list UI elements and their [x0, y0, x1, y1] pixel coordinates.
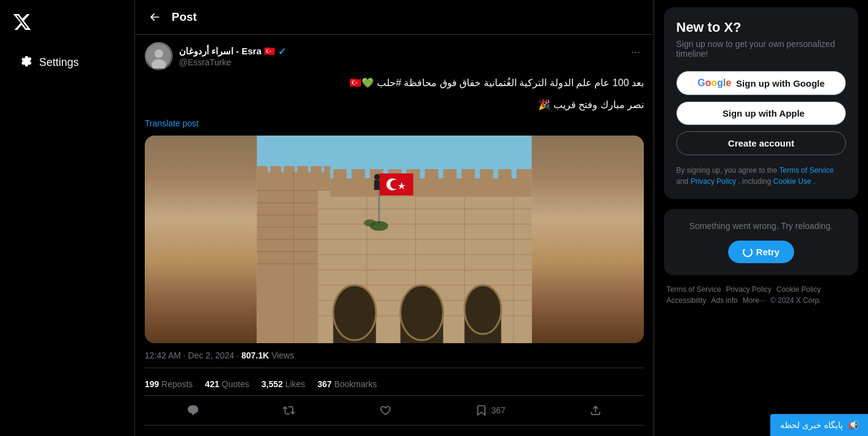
retweet-icon — [283, 404, 295, 416]
footer-accessibility[interactable]: Accessibility — [666, 296, 706, 305]
footer-cookie[interactable]: Cookie Policy — [776, 285, 821, 294]
more-options-button[interactable]: ··· — [627, 42, 644, 62]
user-row: اسراء أردوغان - Esra 🇹🇷 ✓ @EssraTurke ··… — [145, 42, 644, 70]
like-button[interactable] — [372, 398, 399, 423]
main-content: Post اسراء أردوغان - Esra — [134, 0, 654, 436]
bookmark-icon — [475, 404, 487, 416]
notification-text: پایگاه خبری لحظه — [780, 420, 843, 430]
stats-divider — [145, 368, 644, 368]
footer-privacy[interactable]: Privacy Policy — [726, 285, 771, 294]
tweet-image[interactable] — [145, 136, 644, 343]
retry-button[interactable]: Retry — [728, 241, 794, 263]
retweet-button[interactable] — [275, 398, 302, 423]
tos-text: By signing up, you agree to the Terms of… — [676, 165, 846, 187]
error-card: Something went wrong. Try reloading. Ret… — [664, 209, 858, 275]
retry-spinner — [743, 247, 753, 257]
cookie-link[interactable]: Cookie Use — [773, 177, 811, 186]
post-header: Post — [135, 0, 654, 35]
bookmark-button[interactable]: 367 — [468, 398, 512, 423]
right-sidebar: New to X? Sign up now to get your own pe… — [654, 0, 868, 436]
username-block: اسراء أردوغان - Esra 🇹🇷 ✓ @EssraTurke — [179, 46, 286, 67]
bookmarks-stat[interactable]: 367 Bookmarks — [318, 379, 377, 389]
translate-link[interactable]: Translate post — [145, 118, 644, 128]
heart-icon — [379, 404, 392, 416]
footer-links: Terms of Service Privacy Policy Cookie P… — [664, 285, 858, 305]
tweet-text: بعد 100 عام علم الدولة التركية الغُتماني… — [145, 75, 644, 91]
sidebar-item-settings[interactable]: Settings — [10, 49, 125, 76]
reply-icon — [187, 404, 199, 416]
back-arrow-icon — [148, 11, 161, 23]
stats-row: 199 Reposts 421 Quotes 3,552 Likes 367 B… — [145, 373, 644, 396]
share-icon — [589, 404, 602, 416]
views-label: Views — [271, 351, 294, 360]
error-message: Something went wrong. Try reloading. — [676, 221, 846, 231]
post-body: اسراء أردوغان - Esra 🇹🇷 ✓ @EssraTurke ··… — [135, 35, 654, 433]
footer-more[interactable]: More··· — [743, 296, 765, 305]
tweet-extra-text: نصر مبارك وفتح قريب 🎉 — [145, 97, 644, 113]
notification-icon: 📢 — [848, 420, 858, 430]
signup-google-label: Sign up with Google — [736, 78, 825, 89]
footer-copyright: © 2024 X Corp. — [770, 296, 821, 305]
svg-point-1 — [155, 49, 163, 58]
reply-button[interactable] — [180, 398, 206, 423]
x-logo[interactable] — [10, 7, 125, 39]
gear-icon — [17, 55, 32, 70]
retry-label: Retry — [756, 247, 779, 257]
avatar — [145, 42, 173, 70]
new-to-x-subtitle: Sign up now to get your own personalized… — [676, 39, 846, 59]
create-account-button[interactable]: Create account — [676, 131, 846, 155]
quotes-stat[interactable]: 421 Quotes — [205, 379, 249, 389]
share-button[interactable] — [582, 398, 609, 423]
verified-badge: ✓ — [278, 46, 286, 57]
reposts-stat[interactable]: 199 Reposts — [145, 379, 193, 389]
x-logo-icon — [12, 12, 32, 32]
footer-tos[interactable]: Terms of Service — [666, 285, 721, 294]
google-logo: Google — [698, 78, 731, 89]
signup-apple-label: Sign up with Apple — [723, 108, 804, 118]
footer-ads[interactable]: Ads info — [711, 296, 737, 305]
views-count: 807.1K — [241, 351, 269, 360]
left-sidebar: Settings — [0, 0, 134, 436]
settings-label: Settings — [39, 56, 79, 69]
signup-apple-button[interactable]: Sign up with Apple — [676, 101, 846, 125]
bottom-notification-bar[interactable]: 📢 پایگاه خبری لحظه — [770, 414, 868, 436]
post-title: Post — [172, 10, 197, 24]
svg-rect-64 — [257, 136, 532, 343]
new-to-x-card: New to X? Sign up now to get your own pe… — [664, 7, 858, 199]
user-handle: @EssraTurke — [179, 57, 286, 67]
avatar-image — [147, 44, 171, 68]
timestamp: 12:42 AM · Dec 2, 2024 — [145, 351, 234, 360]
display-name: اسراء أردوغان - Esra 🇹🇷 ✓ — [179, 46, 286, 57]
create-account-label: Create account — [728, 138, 794, 148]
back-button[interactable] — [145, 7, 164, 27]
user-info: اسراء أردوغان - Esra 🇹🇷 ✓ @EssraTurke — [145, 42, 286, 70]
tos-link[interactable]: Terms of Service — [779, 166, 834, 175]
castle-svg — [145, 136, 644, 343]
privacy-link[interactable]: Privacy Policy — [690, 177, 736, 186]
timestamp-row: 12:42 AM · Dec 2, 2024 · 807.1K Views — [145, 351, 644, 360]
new-to-x-title: New to X? — [676, 20, 846, 35]
signup-google-button[interactable]: Google Sign up with Google — [676, 71, 846, 95]
castle-image — [145, 136, 644, 343]
actions-row: 367 — [145, 396, 644, 426]
likes-stat[interactable]: 3,552 Likes — [261, 379, 305, 389]
